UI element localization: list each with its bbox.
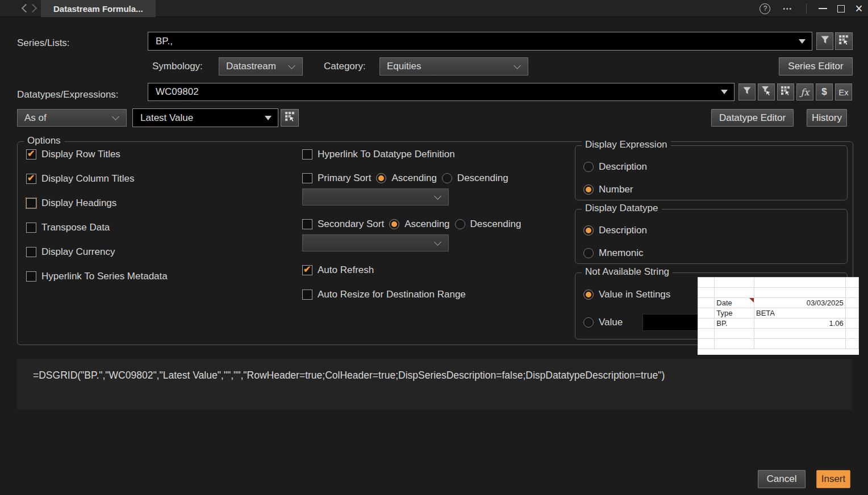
expression-icon: Ex xyxy=(838,87,849,97)
cancel-button[interactable]: Cancel xyxy=(758,470,806,488)
more-options-icon[interactable]: ••• xyxy=(783,6,792,12)
series-lists-input[interactable]: BP., xyxy=(148,32,812,51)
filter-picker-icon xyxy=(761,86,771,98)
display-datatype-legend: Display Datatype xyxy=(582,203,662,214)
filter-icon xyxy=(742,86,752,98)
category-value: Equities xyxy=(380,61,515,72)
insert-button[interactable]: Insert xyxy=(816,470,850,488)
close-icon: × xyxy=(855,2,862,15)
history-button[interactable]: History xyxy=(807,109,847,127)
checkbox-row-hyperlink-series-metadata: Hyperlink To Series Metadata xyxy=(26,271,168,282)
chevron-down-icon xyxy=(434,238,441,246)
expression-description-radio[interactable] xyxy=(583,162,594,172)
series-cell-picker-button[interactable] xyxy=(835,32,853,50)
primary-sort-descending-radio[interactable] xyxy=(442,173,452,183)
primary-sort-ascending-radio[interactable] xyxy=(376,173,386,183)
minimize-icon xyxy=(819,8,827,9)
preview-row-series: BP. 1.06 xyxy=(698,318,859,329)
close-button[interactable]: × xyxy=(850,0,868,17)
datatypes-label: Datatypes/Expressions: xyxy=(17,89,119,100)
value-radio[interactable] xyxy=(583,317,594,328)
dialog-tab[interactable]: Datastream Formula... xyxy=(41,0,156,17)
transpose-data-checkbox[interactable] xyxy=(26,223,36,233)
descending-label: Descending xyxy=(457,173,508,184)
preview-cell-label: Type xyxy=(715,308,754,318)
grid-picker-icon xyxy=(781,86,791,98)
category-select[interactable]: Equities xyxy=(379,57,528,75)
dialog-title: Datastream Formula... xyxy=(53,4,143,14)
datatype-description-radio[interactable] xyxy=(583,225,594,236)
checkbox-row-display-column-titles: Display Column Titles xyxy=(26,173,134,184)
preview-cell-value: 1.06 xyxy=(754,318,846,329)
forward-icon[interactable] xyxy=(28,4,37,13)
primary-sort-row: Primary Sort Ascending Descending xyxy=(302,173,508,184)
datatype-mnemonic-radio[interactable] xyxy=(583,248,594,258)
minimize-button[interactable] xyxy=(813,0,832,17)
datatype-filter-picker-button[interactable] xyxy=(758,83,775,100)
display-expression-group: Display Expression Description Number xyxy=(575,145,848,200)
secondary-sort-row: Secondary Sort Ascending Descending xyxy=(302,219,521,230)
radio-row-description: Description xyxy=(583,225,647,236)
currency-button[interactable]: $ xyxy=(816,83,833,100)
hyperlink-datatype-definition-checkbox[interactable] xyxy=(302,149,312,160)
radio-row-value-in-settings: Value in Settings xyxy=(583,289,670,300)
expression-number-radio[interactable] xyxy=(583,184,594,195)
series-filter-button[interactable] xyxy=(816,32,833,50)
checkbox-label: Transpose Data xyxy=(41,222,110,233)
symbology-value: Datastream xyxy=(219,61,289,72)
secondary-sort-field-select[interactable] xyxy=(302,234,449,251)
display-headings-checkbox[interactable] xyxy=(26,198,36,208)
chevron-down-icon xyxy=(434,192,441,200)
maximize-button[interactable] xyxy=(832,0,850,17)
frequency-dropdown-icon[interactable] xyxy=(265,116,272,120)
datatype-cell-picker-button[interactable] xyxy=(777,83,794,100)
preview-cell-value: 03/03/2025 xyxy=(754,298,846,308)
series-dropdown-icon[interactable] xyxy=(799,39,806,44)
value-in-settings-radio[interactable] xyxy=(583,290,594,300)
display-currency-checkbox[interactable] xyxy=(26,247,36,257)
ascending-label: Ascending xyxy=(404,219,449,230)
radio-row-description: Description xyxy=(583,161,647,173)
radio-label: Value xyxy=(599,317,623,328)
secondary-sort-checkbox[interactable] xyxy=(302,219,312,229)
function-builder-button[interactable]: ƒx xyxy=(796,83,813,100)
datatype-editor-button[interactable]: Datatype Editor xyxy=(711,109,794,127)
secondary-sort-ascending-radio[interactable] xyxy=(389,219,399,229)
symbology-select[interactable]: Datastream xyxy=(219,57,303,75)
datatypes-dropdown-icon[interactable] xyxy=(721,90,728,94)
secondary-sort-descending-radio[interactable] xyxy=(455,219,465,229)
auto-resize-checkbox[interactable] xyxy=(302,290,312,300)
series-editor-button[interactable]: Series Editor xyxy=(779,57,853,75)
chevron-down-icon xyxy=(112,113,119,120)
descending-label: Descending xyxy=(470,219,521,230)
checkbox-row-auto-resize: Auto Resize for Destination Range xyxy=(302,289,466,300)
grid-picker-icon xyxy=(838,35,849,48)
comment-flag-icon xyxy=(749,298,754,303)
series-lists-value: BP., xyxy=(148,36,799,47)
frequency-select[interactable]: Latest Value xyxy=(132,108,278,127)
checkbox-label: Display Row Titles xyxy=(41,149,120,160)
datatypes-input[interactable]: WC09802 xyxy=(148,83,735,101)
radio-label: Description xyxy=(599,161,647,173)
formula-text: =DSGRID("BP.","WC09802","Latest Value","… xyxy=(33,370,665,381)
expression-button[interactable]: Ex xyxy=(835,83,852,100)
auto-refresh-checkbox[interactable] xyxy=(302,265,312,275)
checkbox-row-display-currency: Display Currency xyxy=(26,246,115,258)
checkbox-label: Auto Refresh xyxy=(318,265,374,276)
filter-icon xyxy=(820,35,830,47)
primary-sort-field-select[interactable] xyxy=(302,188,449,205)
preview-row-date: Date 03/03/2025 xyxy=(698,298,859,308)
checkbox-label: Hyperlink To Datatype Definition xyxy=(318,149,455,160)
datatype-filter-button[interactable] xyxy=(738,83,756,100)
category-label: Category: xyxy=(324,61,366,72)
help-icon[interactable]: ? xyxy=(760,3,770,14)
checkbox-row-display-row-titles: Display Row Titles xyxy=(26,149,120,160)
hyperlink-series-metadata-checkbox[interactable] xyxy=(26,271,36,282)
as-of-select[interactable]: As of xyxy=(17,109,127,127)
checkbox-label: Display Column Titles xyxy=(41,173,134,184)
frequency-cell-picker-button[interactable] xyxy=(281,109,299,127)
primary-sort-checkbox[interactable] xyxy=(302,173,312,183)
display-column-titles-checkbox[interactable] xyxy=(26,174,36,184)
display-row-titles-checkbox[interactable] xyxy=(26,149,36,160)
spreadsheet-preview: Date 03/03/2025 Type BETA BP. 1.06 xyxy=(698,277,859,355)
